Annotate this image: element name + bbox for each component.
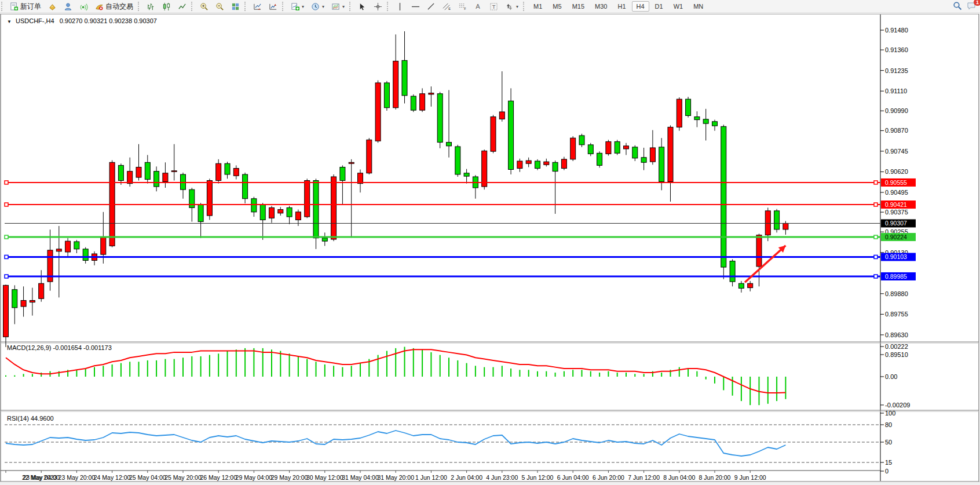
- candle-up: [429, 93, 434, 94]
- price-chart-svg[interactable]: 0.914800.913600.912350.911100.909900.908…: [0, 14, 980, 485]
- chat-button[interactable]: 1: [967, 1, 977, 12]
- candle-up: [3, 285, 9, 337]
- zoom-out-button[interactable]: [213, 1, 227, 12]
- new-order-icon: [10, 2, 19, 11]
- line-chart-button[interactable]: [175, 1, 189, 12]
- zoom-out-icon: [215, 2, 224, 11]
- auto-scroll-button[interactable]: [250, 1, 265, 12]
- arrows-button[interactable]: ▾: [502, 1, 521, 12]
- candle-down: [12, 290, 17, 308]
- time-axis-label: 8 Jun 04:00: [663, 474, 695, 481]
- price-tick-label: 0.90495: [885, 189, 908, 196]
- line-handle[interactable]: [874, 235, 877, 239]
- price-tick-label: 0.91480: [885, 27, 908, 34]
- text-icon: A: [474, 2, 482, 11]
- navigator-button[interactable]: [61, 1, 75, 12]
- time-axis-label: 2 Jun 04:00: [451, 474, 482, 481]
- line-handle[interactable]: [5, 275, 8, 278]
- candle-up: [748, 283, 753, 287]
- line-handle[interactable]: [5, 255, 8, 258]
- candle-down: [721, 126, 726, 267]
- timeframe-mn[interactable]: MN: [689, 1, 708, 12]
- equidistant-channel-button[interactable]: E: [440, 1, 454, 12]
- timeframe-w1[interactable]: W1: [669, 1, 688, 12]
- candle-down: [402, 60, 407, 96]
- candle-up: [269, 207, 275, 218]
- time-axis-label: 6 Jun 20:00: [593, 474, 624, 481]
- indicators-button[interactable]: ▾: [288, 1, 307, 12]
- search-icon[interactable]: [953, 1, 962, 12]
- crosshair-button[interactable]: [371, 1, 385, 12]
- candle-down: [260, 205, 265, 220]
- mt4-terminal: 新订单 自动交易 ▾ ▾ ▾: [0, 0, 980, 485]
- line-handle[interactable]: [5, 203, 8, 206]
- time-axis-label: 9 Jun 12:00: [734, 474, 766, 481]
- candle-up: [668, 127, 673, 181]
- text-button[interactable]: A: [471, 1, 485, 12]
- templates-button[interactable]: ▾: [328, 1, 348, 12]
- candle-down: [686, 99, 691, 115]
- zoom-in-button[interactable]: [197, 1, 211, 12]
- candle-down: [411, 96, 416, 110]
- cursor-button[interactable]: [355, 1, 370, 12]
- timeframe-d1[interactable]: D1: [650, 1, 668, 12]
- toolbar-grip: [191, 2, 195, 11]
- candle-down: [464, 173, 469, 176]
- bar-chart-button[interactable]: [144, 1, 158, 12]
- candle-up: [233, 168, 239, 176]
- bar-chart-icon: [147, 2, 155, 11]
- timeframe-m5[interactable]: M5: [548, 1, 566, 12]
- candle-up: [561, 159, 566, 169]
- time-axis-label: 4 Jun 23:00: [486, 474, 518, 481]
- text-label-button[interactable]: T: [487, 1, 501, 12]
- rsi-axis-label: 15: [885, 459, 892, 466]
- candle-down: [455, 147, 460, 174]
- candle-up: [101, 237, 106, 254]
- price-tag-label: 0.90103: [885, 253, 907, 260]
- timeframe-h1[interactable]: H1: [613, 1, 630, 12]
- trendline-button[interactable]: [424, 1, 438, 12]
- candle-down: [712, 122, 718, 126]
- chevron-down-icon: ▾: [302, 4, 304, 9]
- horizontal-line-icon: [411, 2, 420, 11]
- chart-shift-button[interactable]: [266, 1, 280, 12]
- signal-button[interactable]: [76, 1, 91, 12]
- candle-down: [615, 141, 620, 153]
- time-axis-label: 24 May 12:00: [94, 474, 131, 481]
- line-handle[interactable]: [874, 181, 877, 184]
- time-axis-label: 31 May 20:00: [377, 474, 414, 481]
- line-handle[interactable]: [874, 275, 877, 278]
- horizontal-line-button[interactable]: [408, 1, 423, 12]
- new-order-button[interactable]: 新订单: [7, 1, 44, 13]
- candle-up: [526, 161, 531, 163]
- line-handle[interactable]: [874, 203, 877, 206]
- timeframe-m15[interactable]: M15: [568, 1, 589, 12]
- market-watch-button[interactable]: [45, 1, 60, 12]
- chevron-down-icon: ▾: [322, 4, 324, 9]
- line-handle[interactable]: [874, 255, 877, 258]
- fibonacci-button[interactable]: F: [455, 1, 470, 12]
- candle-down: [313, 181, 319, 238]
- timeframe-m1[interactable]: M1: [529, 1, 547, 12]
- auto-trading-button[interactable]: 自动交易: [92, 1, 136, 13]
- candle-down: [730, 261, 735, 282]
- template-icon: [331, 2, 340, 11]
- vertical-line-button[interactable]: [393, 1, 407, 12]
- chart-menu-triangle-icon[interactable]: ▼: [7, 19, 12, 24]
- candle-up: [482, 151, 487, 187]
- candle-up: [375, 83, 381, 141]
- chevron-down-icon: ▾: [516, 4, 518, 9]
- timeframe-h4[interactable]: H4: [632, 1, 649, 12]
- auto-scroll-icon: [253, 2, 262, 11]
- timeframe-m30[interactable]: M30: [590, 1, 612, 12]
- tile-windows-button[interactable]: [228, 1, 243, 12]
- auto-trading-label: 自动交易: [105, 2, 133, 12]
- line-handle[interactable]: [5, 235, 8, 239]
- candlestick-button[interactable]: [159, 1, 174, 12]
- tile-windows-icon: [231, 2, 240, 11]
- timeframes-button[interactable]: ▾: [308, 1, 327, 12]
- candle-up: [765, 211, 770, 235]
- candle-down: [225, 163, 230, 174]
- candle-down: [597, 153, 602, 165]
- line-handle[interactable]: [5, 181, 8, 184]
